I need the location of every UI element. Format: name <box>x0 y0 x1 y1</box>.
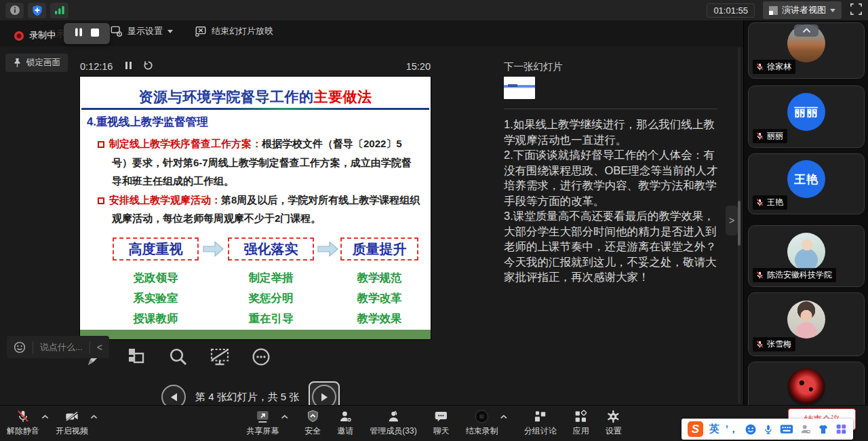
participant-name-tag: 王艳 <box>753 195 787 210</box>
participant-tile[interactable]: 张雪梅 <box>748 292 865 356</box>
mic-muted-icon <box>755 62 764 71</box>
scrollbar-thumb[interactable] <box>738 201 741 246</box>
flow-column: 制定举措奖惩分明重在引导 <box>229 267 313 328</box>
next-slide-thumbnail[interactable] <box>504 77 535 99</box>
stop-recording-chevron-button[interactable] <box>500 415 508 419</box>
chevron-up-icon <box>90 415 98 419</box>
participant-tile[interactable]: 徐家林 <box>748 22 865 79</box>
chat-button[interactable]: 聊天 <box>433 406 450 437</box>
avatar: 丽丽 <box>787 93 825 131</box>
apps-grid-icon <box>574 409 589 424</box>
notes-scrollbar[interactable] <box>738 47 741 404</box>
ime-skin-icon[interactable] <box>817 423 829 435</box>
ime-emoji-icon[interactable] <box>745 423 757 436</box>
network-signal-icon[interactable] <box>50 3 68 18</box>
stop-recording-square-button[interactable] <box>90 28 100 40</box>
view-mode-label: 演讲者视图 <box>782 4 826 16</box>
settings-button[interactable]: 设置 <box>606 406 622 437</box>
start-video-chevron-button[interactable] <box>90 415 98 419</box>
flow-box: 高度重视 <box>113 237 199 261</box>
breakout-rooms-button[interactable]: 分组讨论 <box>524 406 557 437</box>
screen-share-icon <box>255 409 270 424</box>
scroll-up-button[interactable] <box>794 24 818 37</box>
zoom-tool-button[interactable] <box>165 343 191 370</box>
shield-protect-icon[interactable] <box>28 3 46 18</box>
avatar <box>787 301 825 339</box>
quick-chat-input[interactable]: 说点什么... < <box>7 336 109 358</box>
chat-placeholder: 说点什么... <box>40 341 83 353</box>
share-screen-chevron-button[interactable] <box>281 415 288 419</box>
start-video-button[interactable]: 开启视频 <box>56 406 88 437</box>
note-paragraph: 1.如果线上教学继续进行，那么我们线上教学观摩活动也一直进行。 <box>504 117 719 147</box>
chevron-down-icon <box>167 30 173 33</box>
flow-column: 党政领导系实验室授课教师 <box>114 267 198 328</box>
end-slideshow-label: 结束幻灯片放映 <box>212 25 273 37</box>
ime-voice-icon[interactable] <box>763 423 774 436</box>
flow-box: 强化落实 <box>228 237 314 261</box>
ime-keyboard-icon[interactable] <box>780 424 793 434</box>
ime-person-icon[interactable] <box>800 423 811 435</box>
unmute-chevron-button[interactable] <box>41 415 49 419</box>
flow-column-item: 教学改革 <box>338 288 422 308</box>
presenter-view-icon <box>769 6 778 15</box>
share-screen-button[interactable]: 共享屏幕 <box>246 406 279 437</box>
display-settings-label: 显示设置 <box>127 25 163 37</box>
chevron-up-icon <box>281 415 288 419</box>
triangle-left-icon <box>170 392 178 402</box>
recording-dot-icon <box>14 31 24 41</box>
slide-bullet: 安排线上教学观摩活动：第8周及以后，学院对所有线上教学课程组织观摩活动，每位老师… <box>98 191 420 228</box>
arrow-right-icon <box>203 241 224 260</box>
unmute-button[interactable]: 解除静音 <box>7 406 39 437</box>
end-slideshow-button[interactable]: 结束幻灯片放映 <box>195 25 273 37</box>
chat-label: 聊天 <box>433 425 450 437</box>
pause-timer-button[interactable] <box>125 61 132 72</box>
avatar <box>787 233 825 271</box>
more-tools-button[interactable] <box>248 343 274 370</box>
manage-members-button[interactable]: 管理成员(33) <box>370 406 416 437</box>
pause-recording-button[interactable] <box>74 27 83 40</box>
fullscreen-button[interactable] <box>850 3 863 18</box>
collapse-sidebar-handle[interactable]: > <box>726 206 738 235</box>
invite-label: 邀请 <box>337 425 353 437</box>
current-slide[interactable]: 资源与环境学院督导工作的主要做法 4.重视线上教学监督管理 制定线上教学秩序督查… <box>80 77 431 339</box>
slide-browser-button[interactable] <box>124 343 150 370</box>
participant-tile[interactable]: 丽丽丽丽 <box>748 85 865 148</box>
restart-timer-button[interactable] <box>143 60 153 73</box>
display-settings-button[interactable]: 显示设置 <box>111 25 173 37</box>
info-icon[interactable] <box>5 3 24 18</box>
ime-toolbox-icon[interactable] <box>835 423 847 435</box>
lock-view-button[interactable]: 锁定画面 <box>5 54 68 72</box>
stop-recording-button[interactable]: 结束录制 <box>466 406 498 437</box>
breakout-icon <box>533 409 548 424</box>
note-paragraph: 2.下面谈谈就搞好督导工作的个人体会：有没有围绕课程思政、OBE理念等当前的人才… <box>504 147 719 208</box>
collapse-left-icon[interactable]: < <box>97 342 102 353</box>
gear-icon <box>606 409 621 424</box>
avatar <box>787 368 825 406</box>
flow-column-item: 奖惩分明 <box>229 288 313 308</box>
invite-button[interactable]: 邀请 <box>337 406 353 437</box>
participant-tile[interactable]: 陈浩安徽科技学院 <box>748 225 865 287</box>
apps-button[interactable]: 应用 <box>573 406 589 437</box>
annotation-toolbar <box>83 343 274 370</box>
person-plus-icon <box>338 409 353 424</box>
slide-position-label: 第 4 张幻灯片，共 5 张 <box>195 391 299 404</box>
bottom-toolbar: 解除静音开启视频 共享屏幕安全邀请管理成员(33)聊天结束录制分组讨论应用设置 … <box>0 405 868 441</box>
next-slide-header: 下一张幻灯片 <box>504 60 563 73</box>
black-screen-button[interactable] <box>207 343 233 370</box>
sogou-logo-icon[interactable]: S <box>688 421 703 437</box>
breakout-rooms-label: 分组讨论 <box>524 425 557 437</box>
participant-tile[interactable]: 王艳王艳 <box>748 153 865 214</box>
presenter-toolbar: 显示任务栏 录制中 显示设置 结束幻灯片放映 <box>0 20 743 46</box>
avatar: 王艳 <box>787 160 825 198</box>
view-mode-button[interactable]: 演讲者视图 <box>763 1 842 19</box>
ime-bar[interactable]: S英’， <box>682 419 853 440</box>
note-paragraph: 今天我的汇报就到这儿，不妥之处，敬请大家批评指正，再次感谢大家！ <box>504 254 719 285</box>
ime-mode-toggle[interactable]: 英 <box>709 423 719 436</box>
current-time: 15:20 <box>406 61 431 72</box>
security-button[interactable]: 安全 <box>304 406 321 437</box>
share-screen-label: 共享屏幕 <box>246 425 279 437</box>
ime-punctuation-toggle[interactable]: ’， <box>726 423 738 436</box>
slide-grid-icon <box>126 346 148 368</box>
bullet-lead: 制定线上教学秩序督查工作方案： <box>109 138 262 149</box>
bullet-lead: 安排线上教学观摩活动： <box>109 194 221 206</box>
